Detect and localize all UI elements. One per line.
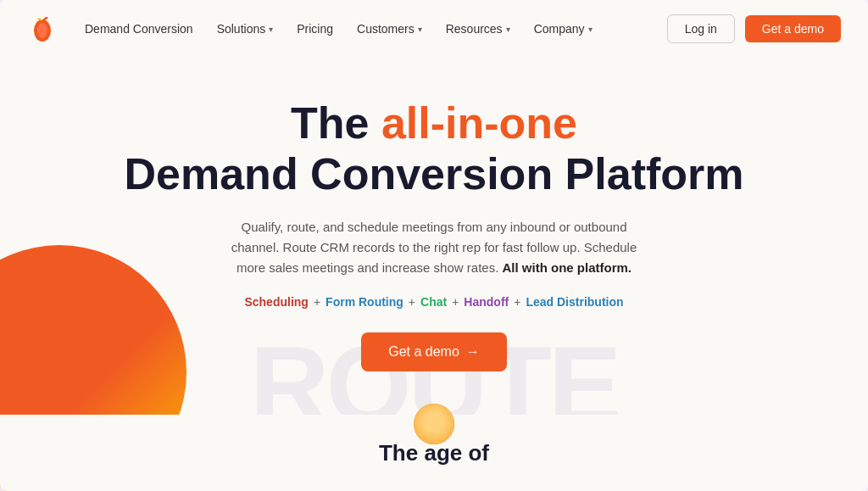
nav-solutions[interactable]: Solutions ▾ xyxy=(217,22,274,36)
nav-resources[interactable]: Resources ▾ xyxy=(446,22,510,36)
separator-4: + xyxy=(514,295,520,309)
tag-chat: Chat xyxy=(420,295,447,309)
page-wrapper: Demand Conversion Solutions ▾ Pricing Cu… xyxy=(0,0,868,491)
hero-section: The all-in-one Demand Conversion Platfor… xyxy=(0,58,868,388)
separator-1: + xyxy=(314,295,320,309)
chevron-down-icon: ▾ xyxy=(269,25,273,34)
tag-lead-distribution: Lead Distribution xyxy=(526,295,623,309)
tag-scheduling: Scheduling xyxy=(244,295,308,309)
hero-subtitle: Qualify, route, and schedule meetings fr… xyxy=(231,217,637,278)
avatar-face xyxy=(414,404,454,444)
nav-actions: Log in Get a demo xyxy=(667,14,841,43)
chevron-down-icon: ▾ xyxy=(506,25,510,34)
login-button[interactable]: Log in xyxy=(667,14,735,43)
chevron-down-icon: ▾ xyxy=(418,25,422,34)
nav-links: Demand Conversion Solutions ▾ Pricing Cu… xyxy=(85,22,667,36)
hero-title: The all-in-one Demand Conversion Platfor… xyxy=(17,98,851,200)
logo[interactable] xyxy=(27,14,58,44)
tag-form-routing: Form Routing xyxy=(326,295,403,309)
avatar xyxy=(414,404,454,444)
nav-customers[interactable]: Customers ▾ xyxy=(357,22,422,36)
tag-handoff: Handoff xyxy=(464,295,509,309)
navbar: Demand Conversion Solutions ▾ Pricing Cu… xyxy=(0,0,868,58)
nav-demand-conversion[interactable]: Demand Conversion xyxy=(85,22,193,36)
nav-company[interactable]: Company ▾ xyxy=(534,22,593,36)
get-demo-cta-button[interactable]: Get a demo → xyxy=(361,332,507,371)
nav-pricing[interactable]: Pricing xyxy=(297,22,333,36)
separator-3: + xyxy=(452,295,459,309)
separator-2: + xyxy=(409,295,415,309)
feature-tags: Scheduling + Form Routing + Chat + Hando… xyxy=(17,295,851,309)
get-demo-nav-button[interactable]: Get a demo xyxy=(745,15,841,42)
chevron-down-icon: ▾ xyxy=(588,25,593,34)
logo-icon xyxy=(27,14,58,44)
svg-point-1 xyxy=(37,23,47,38)
